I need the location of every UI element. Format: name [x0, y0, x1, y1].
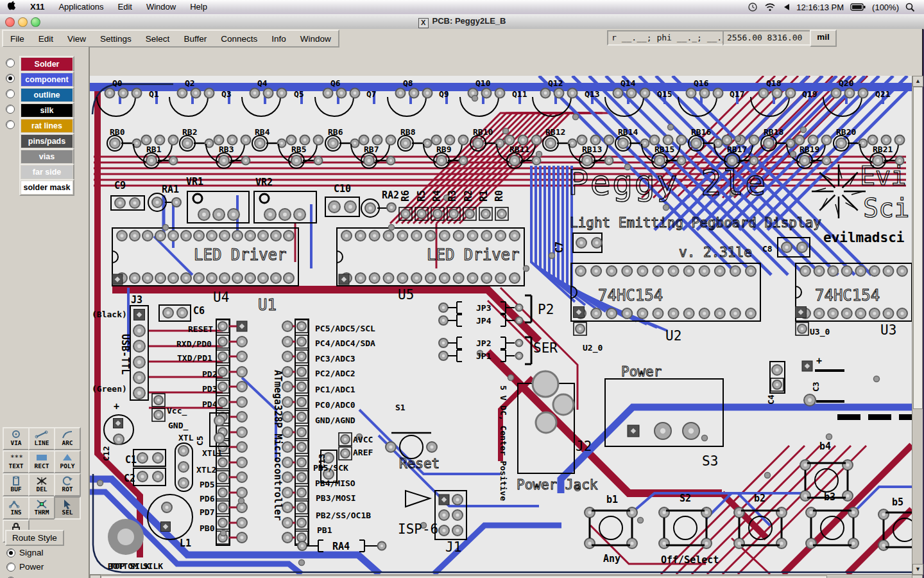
layer-button-vias[interactable]: vias: [19, 148, 74, 165]
tool-poly-button[interactable]: POLY: [54, 450, 81, 473]
sel-icon: [60, 499, 74, 509]
del-icon: [35, 476, 49, 486]
silk-label: RB12: [545, 127, 565, 137]
route-option-signal[interactable]: Signal: [3, 546, 86, 560]
tool-thrm-button[interactable]: THRM: [28, 496, 55, 520]
silk-label: U3: [880, 322, 896, 338]
route-style-button[interactable]: Route Style: [5, 530, 64, 546]
silk-label: RXD/PD0: [176, 339, 212, 349]
route-radio-power[interactable]: [6, 563, 15, 572]
wifi-icon[interactable]: [764, 3, 776, 12]
units-button[interactable]: mil: [810, 30, 837, 47]
tool-buf-button[interactable]: BUF: [3, 473, 30, 496]
layer-button-pins-pads[interactable]: pins/pads: [19, 133, 74, 150]
appmenu-window[interactable]: Window: [293, 34, 338, 44]
spotlight-icon[interactable]: [905, 3, 915, 12]
silk-label: PC0/ADC0: [315, 400, 355, 410]
layer-button-Solder[interactable]: Solder: [19, 56, 74, 73]
layer-button-outline[interactable]: outline: [19, 87, 74, 103]
appmenu-connects[interactable]: Connects: [214, 34, 264, 44]
silk-label: RB16: [691, 127, 711, 137]
silk-label: Q6: [330, 78, 341, 88]
pcb-canvas[interactable]: Q0RB0Q1RB1Q2RB2Q3RB3Q4RB4Q5RB5Q6RB6Q7RB7…: [90, 76, 912, 574]
appmenu-select[interactable]: Select: [139, 34, 177, 44]
appmenu-view[interactable]: View: [60, 34, 93, 44]
silk-label: b5: [892, 496, 903, 508]
scroll-right-arrow[interactable]: ▶: [912, 575, 923, 578]
window-titlebar[interactable]: XPCB: Peggy2LE_B: [0, 14, 924, 30]
silk-label: U5: [398, 287, 414, 302]
tool-rect-button[interactable]: RECT: [28, 450, 55, 473]
route-radio-signal[interactable]: [6, 548, 15, 557]
appmenu-settings[interactable]: Settings: [93, 34, 139, 44]
layer-button-rat-lines[interactable]: rat lines: [19, 118, 74, 134]
apple-menu-icon[interactable]: [0, 0, 23, 15]
tool-ins-button[interactable]: INS: [3, 496, 30, 520]
menu-applications[interactable]: Applications: [51, 0, 110, 14]
time-machine-icon[interactable]: [748, 2, 758, 12]
layer-label: solder mask: [21, 181, 73, 194]
appmenu-info[interactable]: Info: [264, 34, 293, 44]
silk-label: Power Jack: [517, 477, 598, 493]
tool-text-button[interactable]: *****TEXT: [3, 450, 30, 473]
tool-sel-button[interactable]: SEL: [54, 496, 81, 520]
layer-radio-outline[interactable]: [6, 89, 15, 98]
route-option-power[interactable]: Power: [3, 560, 86, 574]
silk-label: RB5: [291, 144, 306, 154]
appmenu-file[interactable]: File: [3, 34, 31, 44]
menu-edit[interactable]: Edit: [111, 0, 139, 14]
tool-via-button[interactable]: VIA: [3, 427, 30, 450]
scroll-down-arrow[interactable]: ▼: [912, 564, 923, 575]
thrm-icon: [35, 499, 49, 509]
pcb-drawing: Q0RB0Q1RB1Q2RB2Q3RB3Q4RB4Q5RB5Q6RB6Q7RB7…: [90, 76, 912, 574]
clock-time[interactable]: 12:16:13 PM: [796, 3, 844, 12]
volume-icon[interactable]: [782, 3, 790, 11]
horizontal-scrollbar[interactable]: ◀ ▶: [90, 574, 922, 578]
layer-radio-silk[interactable]: [6, 105, 15, 114]
tool-label: TEXT: [4, 463, 28, 469]
battery-icon[interactable]: [850, 3, 866, 11]
scroll-left-arrow[interactable]: ◀: [90, 575, 101, 578]
silk-label: Q16: [694, 78, 709, 88]
silk-label: RB0: [110, 127, 125, 137]
silk-label: RB17: [727, 144, 747, 154]
silk-label: TOP SILK: [110, 561, 150, 571]
tool-line-button[interactable]: LINE: [28, 427, 55, 450]
silk-label: C2: [124, 473, 135, 484]
silk-label: Q5: [294, 89, 304, 99]
silk-label: RB1: [146, 144, 162, 154]
layer-radio-component[interactable]: [6, 74, 15, 83]
menu-x11[interactable]: X11: [23, 0, 51, 14]
layer-button-component[interactable]: component: [19, 71, 74, 88]
vertical-scrollbar[interactable]: ▲ ▼: [912, 76, 923, 574]
scroll-up-arrow[interactable]: ▲: [912, 76, 923, 87]
vertical-scroll-thumb[interactable]: [913, 87, 923, 409]
silk-label: PD5: [200, 480, 214, 489]
tool-rot-button[interactable]: ROT: [54, 473, 81, 496]
ins-icon: [9, 499, 23, 509]
tool-arc-button[interactable]: ARC: [54, 427, 81, 450]
layer-radio-rat-lines[interactable]: [6, 120, 15, 129]
silk-label: XTL: [178, 433, 194, 442]
appmenu-buffer[interactable]: Buffer: [176, 34, 214, 44]
appmenu-edit[interactable]: Edit: [31, 34, 60, 44]
silk-label: Q18: [766, 78, 782, 88]
layer-button-far-side[interactable]: far side: [19, 164, 74, 180]
layer-button-silk[interactable]: silk: [19, 102, 74, 119]
silk-label: RB15: [654, 144, 674, 154]
horizontal-scroll-thumb[interactable]: [101, 575, 827, 578]
silk-label: Q9: [439, 89, 449, 99]
silk-label: (Green): [92, 384, 127, 394]
layer-radio-Solder[interactable]: [6, 58, 15, 67]
layer-button-solder-mask[interactable]: solder mask: [19, 179, 74, 196]
tool-del-button[interactable]: DEL: [28, 473, 55, 496]
silk-label: b1: [606, 494, 618, 505]
silk-label: Peggy 2le: [568, 162, 767, 203]
layer-label: far side: [21, 166, 73, 179]
route-option-fat[interactable]: Fat: [3, 574, 86, 578]
menubar-status-area: 12:16:13 PM (100%): [748, 2, 924, 12]
menu-window[interactable]: Window: [139, 0, 183, 14]
silk-label: b3: [824, 491, 835, 503]
silk-label: J1: [445, 539, 461, 555]
menu-help[interactable]: Help: [183, 0, 214, 14]
